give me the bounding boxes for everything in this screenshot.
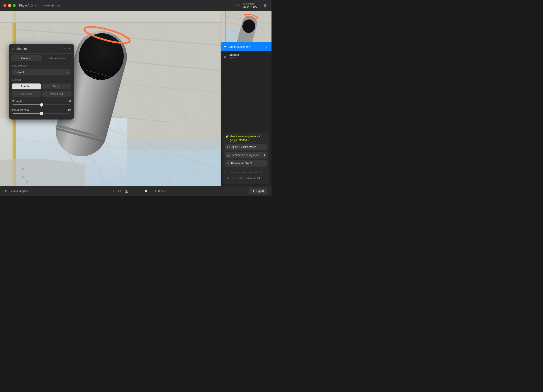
model-standard-button[interactable]: Standard bbox=[12, 83, 41, 89]
add-enhancement-bar[interactable]: + Add enhancement ⇌ bbox=[221, 42, 272, 51]
upload-icon[interactable]: ⬆ bbox=[4, 189, 7, 193]
enhancement-info: Sharpen Subject bbox=[228, 53, 269, 59]
zoom-slider-thumb[interactable] bbox=[145, 190, 147, 192]
info-icon[interactable]: i bbox=[35, 4, 39, 7]
panel-title: Sharpen bbox=[16, 47, 63, 50]
minor-denoise-value: 50 bbox=[68, 108, 71, 111]
sharpen-panel: △ Sharpen ··· ✕ Controls Edit selection … bbox=[9, 44, 74, 120]
add-enhancement-plus-icon: + bbox=[224, 44, 226, 49]
model-motion-blur-button[interactable]: Motion blur bbox=[42, 91, 71, 97]
zoom-chevron-icon[interactable]: ▾ bbox=[164, 190, 166, 192]
grid-view-icon[interactable]: ⊞ bbox=[262, 3, 268, 8]
window-controls[interactable] bbox=[3, 4, 16, 7]
info-circle-icon: ⓘ bbox=[226, 170, 228, 174]
suggestion-dot-indicator bbox=[264, 155, 265, 156]
suggestions-header: ⚡ Here's some suggestions to get you sta… bbox=[225, 135, 267, 142]
dimensions-info: Dimensions 2844 × 1927 bbox=[243, 3, 259, 8]
dimensions-label: Dimensions bbox=[243, 3, 259, 5]
strength-slider-thumb[interactable] bbox=[40, 103, 43, 107]
zoom-slider[interactable] bbox=[136, 191, 153, 191]
main-layout: △ Sharpen ··· ✕ Controls Edit selection … bbox=[0, 11, 272, 186]
minor-denoise-label: Minor denoise bbox=[12, 108, 29, 111]
suggestion-apply-preset[interactable]: ⊡ Apply Tucker's preset bbox=[225, 144, 267, 150]
suggestions-divider bbox=[225, 168, 267, 168]
sharpen-panel-icon: △ bbox=[12, 47, 15, 51]
svg-rect-25 bbox=[0, 11, 221, 23]
minor-denoise-slider-row: Minor denoise 50 bbox=[12, 108, 71, 114]
strength-slider-track[interactable] bbox=[12, 105, 70, 105]
enhancement-name: Sharpen bbox=[228, 53, 269, 56]
add-images-label: + Add images bbox=[11, 189, 28, 193]
export-label: Export bbox=[256, 189, 264, 193]
zoom-controls: − + 80% ▾ bbox=[132, 189, 166, 193]
auto-selection-value: Subject bbox=[15, 71, 24, 74]
enhancement-subject: Subject bbox=[228, 56, 269, 59]
strength-value: 50 bbox=[68, 99, 71, 103]
thumbnail-area bbox=[221, 11, 272, 42]
panel-header: △ Sharpen ··· ✕ bbox=[9, 44, 74, 54]
panel-more-button[interactable]: ··· bbox=[63, 46, 66, 51]
model-grid: Standard Strong Lens blur Motion blur bbox=[12, 83, 71, 97]
zoom-value-label: 80% ▾ bbox=[158, 189, 166, 193]
minor-denoise-slider-track[interactable] bbox=[12, 113, 70, 114]
strength-slider-row: Strength 50 bbox=[12, 99, 71, 105]
tab-controls[interactable]: Controls bbox=[11, 55, 42, 61]
close-button[interactable] bbox=[3, 4, 6, 7]
suggestion-remove-object[interactable]: ◇ Remove an object bbox=[225, 160, 267, 166]
strength-label: Strength bbox=[12, 99, 23, 103]
dropdown-arrow-icon: ▾ bbox=[67, 71, 68, 74]
zoom-out-icon[interactable]: − bbox=[132, 189, 134, 193]
sharpen-enh-icon: △ bbox=[224, 54, 226, 58]
suggestions-title: Here's some suggestions to get you start… bbox=[230, 135, 265, 142]
panel-body: Auto selection Subject ▾ AI model Standa… bbox=[9, 61, 74, 120]
titlebar-right: 3.0.4 Dimensions 2844 × 1927 ⊞ bbox=[234, 3, 268, 8]
maximize-button[interactable] bbox=[13, 4, 16, 7]
strength-slider-header: Strength 50 bbox=[12, 99, 71, 103]
suggestions-close-button[interactable]: ✕ bbox=[265, 135, 267, 138]
crop-icon[interactable]: ⇌ bbox=[266, 45, 269, 49]
single-view-icon[interactable]: ▭ bbox=[111, 189, 114, 193]
minor-denoise-slider-thumb[interactable] bbox=[40, 112, 43, 115]
suggestions-panel: ⚡ Here's some suggestions to get you sta… bbox=[223, 133, 269, 184]
zoom-in-icon[interactable]: + bbox=[155, 189, 157, 193]
model-strong-button[interactable]: Strong bbox=[42, 83, 71, 89]
svg-rect-89 bbox=[225, 11, 226, 42]
add-images-button[interactable]: + Add images bbox=[11, 189, 28, 193]
panel-close-button[interactable]: ✕ bbox=[68, 47, 71, 51]
model-lens-blur-button[interactable]: Lens blur bbox=[12, 91, 41, 97]
how-suggestions-link[interactable]: ⓘ How do we make suggestions? bbox=[225, 169, 267, 175]
export-button[interactable]: ⬆ Export bbox=[249, 188, 267, 194]
filename-label: halation-jet.jpg bbox=[42, 4, 60, 7]
denoise-icon: ◎ bbox=[227, 153, 230, 157]
app-title: Photo AI 3 bbox=[19, 4, 33, 7]
split-view-icon[interactable]: ⊟ bbox=[118, 189, 121, 193]
zoom-percent: 80% bbox=[158, 189, 164, 193]
save-circle-icon: ⊕ bbox=[227, 177, 230, 180]
denoise-label: Denoise the background bbox=[232, 154, 259, 157]
auto-selection-dropdown[interactable]: Subject ▾ bbox=[12, 69, 71, 75]
preset-icon: ⊡ bbox=[227, 145, 230, 149]
compare-view-icon[interactable]: ◫ bbox=[125, 189, 128, 193]
panel-tabs: Controls Edit selection bbox=[9, 54, 74, 61]
minimize-button[interactable] bbox=[8, 4, 11, 7]
export-arrow-icon: ⬆ bbox=[252, 189, 255, 193]
bottom-toolbar: ⬆ + Add images ▭ ⊟ ◫ − + 80% ▾ ⬆ Export bbox=[0, 186, 272, 196]
apply-preset-label: Apply Tucker's preset bbox=[232, 146, 256, 149]
ai-model-label: AI model bbox=[12, 78, 71, 81]
save-preset-row[interactable]: ⊕ Save edits as new preset bbox=[225, 175, 267, 182]
svg-rect-88 bbox=[221, 11, 225, 42]
thumbnail-svg bbox=[221, 11, 272, 42]
tab-edit-selection[interactable]: Edit selection bbox=[42, 55, 72, 61]
enhancement-item[interactable]: △ Sharpen Subject bbox=[221, 51, 272, 61]
titlebar: Photo AI 3 i halation-jet.jpg 3.0.4 Dime… bbox=[0, 0, 272, 11]
auto-selection-label: Auto selection bbox=[12, 64, 71, 67]
version-label: 3.0.4 bbox=[234, 4, 240, 7]
toolbar-center: ▭ ⊟ ◫ − + 80% ▾ bbox=[28, 189, 249, 193]
save-preset-label: Save edits as new preset bbox=[232, 177, 260, 180]
suggestion-denoise-background[interactable]: ◎ Denoise the background bbox=[225, 152, 267, 159]
canvas-area: △ Sharpen ··· ✕ Controls Edit selection … bbox=[0, 11, 221, 186]
toolbar-left: ⬆ + Add images bbox=[4, 189, 28, 193]
remove-icon: ◇ bbox=[227, 161, 230, 165]
dimensions-value: 2844 × 1927 bbox=[243, 5, 259, 8]
minor-denoise-slider-header: Minor denoise 50 bbox=[12, 108, 71, 111]
